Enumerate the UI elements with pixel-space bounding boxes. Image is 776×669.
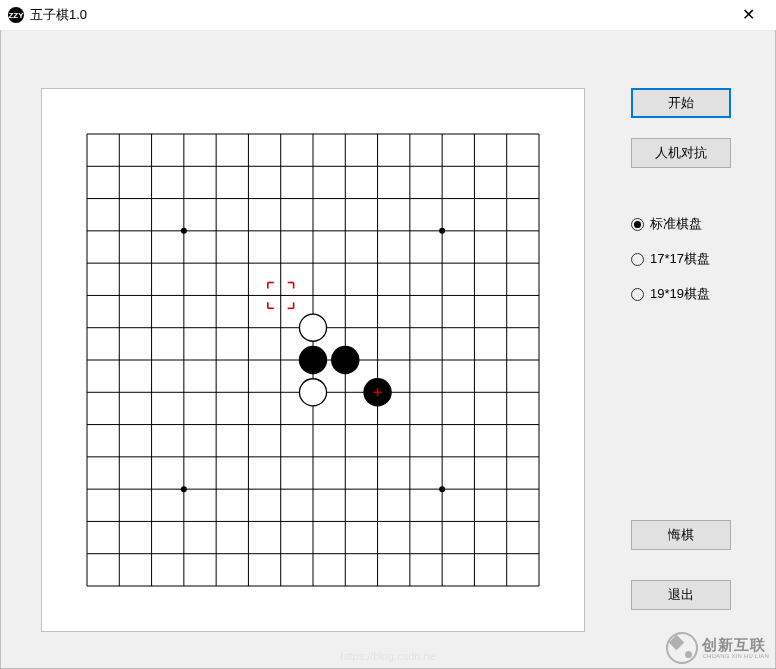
svg-point-31	[439, 228, 445, 234]
radio-19[interactable]: 19*19棋盘	[631, 284, 741, 304]
undo-button[interactable]: 悔棋	[631, 520, 731, 550]
radio-standard[interactable]: 标准棋盘	[631, 214, 741, 234]
radio-icon	[631, 253, 644, 266]
svg-point-30	[181, 228, 187, 234]
window-title: 五子棋1.0	[30, 6, 87, 24]
bottom-buttons: 悔棋 退出	[631, 520, 741, 640]
brand-logo-text: 创新互联 CHUANG XIN HU LIAN	[702, 637, 769, 659]
radio-label: 19*19棋盘	[650, 285, 710, 303]
stone	[299, 314, 326, 341]
board-size-radio-group: 标准棋盘 17*17棋盘 19*19棋盘	[631, 214, 741, 304]
svg-point-33	[439, 486, 445, 492]
brand-logo: 创新互联 CHUANG XIN HU LIAN	[666, 632, 769, 664]
radio-icon	[631, 288, 644, 301]
controls-panel: 开始 人机对抗 标准棋盘 17*17棋盘 19*19棋盘	[631, 88, 741, 319]
close-icon[interactable]: ✕	[728, 0, 768, 30]
radio-icon	[631, 218, 644, 231]
gomoku-board[interactable]	[42, 89, 584, 631]
quit-button[interactable]: 退出	[631, 580, 731, 610]
stone	[299, 379, 326, 406]
client-area: 开始 人机对抗 标准棋盘 17*17棋盘 19*19棋盘 悔棋 退出 https…	[0, 30, 776, 669]
radio-17[interactable]: 17*17棋盘	[631, 249, 741, 269]
mode-button[interactable]: 人机对抗	[631, 138, 731, 168]
start-button[interactable]: 开始	[631, 88, 731, 118]
app-icon: ZZY	[8, 7, 24, 23]
brand-logo-cn: 创新互联	[702, 637, 769, 653]
radio-label: 17*17棋盘	[650, 250, 710, 268]
radio-label: 标准棋盘	[650, 215, 702, 233]
brand-logo-icon	[666, 632, 698, 664]
board-panel	[41, 88, 585, 632]
title-bar: ZZY 五子棋1.0 ✕	[0, 0, 776, 31]
watermark-text: https://blog.csdn.ne	[340, 650, 435, 662]
svg-point-32	[181, 486, 187, 492]
stone	[299, 346, 326, 373]
brand-logo-en: CHUANG XIN HU LIAN	[702, 653, 769, 659]
stone	[332, 346, 359, 373]
